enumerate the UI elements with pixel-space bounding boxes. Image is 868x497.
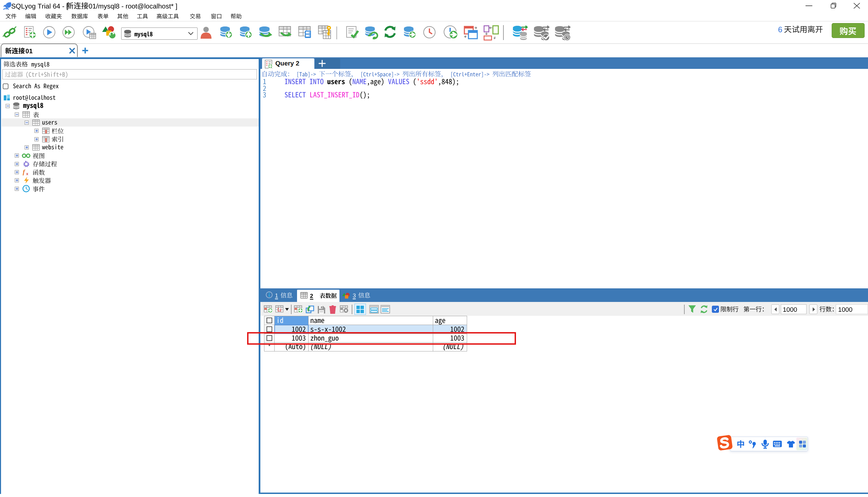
svg-text:x: x	[26, 171, 29, 176]
svg-text:f: f	[23, 168, 26, 175]
